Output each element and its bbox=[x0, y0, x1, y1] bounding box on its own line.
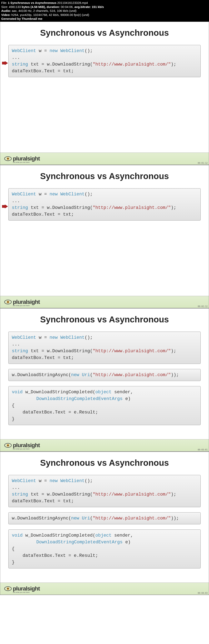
eye-icon bbox=[4, 300, 12, 304]
svg-point-3 bbox=[7, 158, 8, 159]
logo-text: pluralsight bbox=[13, 442, 40, 448]
logo-text: pluralsight bbox=[13, 299, 40, 305]
eye-icon bbox=[4, 156, 12, 161]
code-callback-block: void w_DownloadStringCompleted(object se… bbox=[8, 530, 201, 568]
code-sync-block: WebClient w = new WebClient(); ... strin… bbox=[8, 332, 201, 364]
arrow-icon bbox=[2, 204, 8, 208]
slide-title: Synchronous vs Asynchronous bbox=[8, 28, 201, 38]
pluralsight-logo: pluralsight bbox=[4, 586, 40, 592]
eye-icon bbox=[4, 586, 12, 591]
svg-point-10 bbox=[7, 445, 8, 446]
slide-4: Synchronous vs Asynchronous WebClient w … bbox=[0, 452, 209, 595]
logo-tagline: see what you can learn bbox=[13, 591, 30, 593]
slide-title: Synchronous vs Asynchronous bbox=[8, 171, 201, 181]
eye-icon bbox=[4, 443, 12, 448]
slide-footer: pluralsight see what you can learn 00:01… bbox=[0, 152, 209, 165]
slide-footer: pluralsight see what you can learn 00:02… bbox=[0, 296, 209, 308]
svg-marker-0 bbox=[2, 61, 8, 65]
code-callback-block: void w_DownloadStringCompleted(object se… bbox=[8, 386, 201, 425]
timestamp: 00:02:12 bbox=[198, 305, 208, 308]
file-info-line5: Generated by Thumbnail me bbox=[1, 17, 208, 21]
slide-2: Synchronous vs Asynchronous WebClient w … bbox=[0, 165, 209, 308]
file-info-line4: Video: h264, yuv420p, 1024X768, 42 kb/s,… bbox=[1, 13, 208, 17]
file-info-line2: Size: 4981133 bytes (4.58 MiB), duration… bbox=[1, 5, 208, 9]
timestamp: 00:03:01 bbox=[198, 448, 208, 451]
logo-tagline: see what you can learn bbox=[13, 161, 30, 163]
timestamp: 00:04:03 bbox=[198, 592, 208, 594]
code-sync-block: WebClient w = new WebClient(); ... strin… bbox=[8, 475, 201, 507]
code-sync-block: WebClient w = new WebClient(); ... strin… bbox=[8, 45, 201, 77]
svg-point-13 bbox=[7, 588, 8, 589]
arrow-icon bbox=[2, 60, 8, 64]
slide-footer: pluralsight see what you can learn 00:04… bbox=[0, 582, 209, 595]
slide-1: Synchronous vs Asynchronous WebClient w … bbox=[0, 22, 209, 165]
slide-title: Synchronous vs Asynchronous bbox=[8, 315, 201, 324]
logo-text: pluralsight bbox=[13, 586, 40, 592]
code-sync-block: WebClient w = new WebClient(); ... strin… bbox=[8, 188, 201, 220]
pluralsight-logo: pluralsight bbox=[4, 442, 40, 448]
file-info-line1: File: 1 Synchronous vs Asynchronous 2011… bbox=[1, 1, 208, 5]
timestamp: 00:01:12 bbox=[198, 162, 208, 164]
pluralsight-logo: pluralsight bbox=[4, 299, 40, 305]
svg-point-7 bbox=[7, 302, 8, 302]
slide-footer: pluralsight see what you can learn 00:03… bbox=[0, 439, 209, 452]
code-async-call: w.DownloadStringAsync(new Uri("http://ww… bbox=[8, 512, 201, 524]
logo-text: pluralsight bbox=[13, 156, 40, 162]
code-async-call: w.DownloadStringAsync(new Uri("http://ww… bbox=[8, 369, 201, 381]
pluralsight-logo: pluralsight bbox=[4, 156, 40, 162]
file-info-header: File: 1 Synchronous vs Asynchronous 2011… bbox=[0, 0, 209, 22]
file-info-line3: Audio: aac, 44100 Hz, 2 channels, S16, 1… bbox=[1, 9, 208, 13]
slide-3: Synchronous vs Asynchronous WebClient w … bbox=[0, 308, 209, 452]
logo-tagline: see what you can learn bbox=[13, 305, 30, 306]
logo-tagline: see what you can learn bbox=[13, 448, 30, 450]
slide-title: Synchronous vs Asynchronous bbox=[8, 458, 201, 468]
svg-marker-4 bbox=[2, 204, 8, 208]
